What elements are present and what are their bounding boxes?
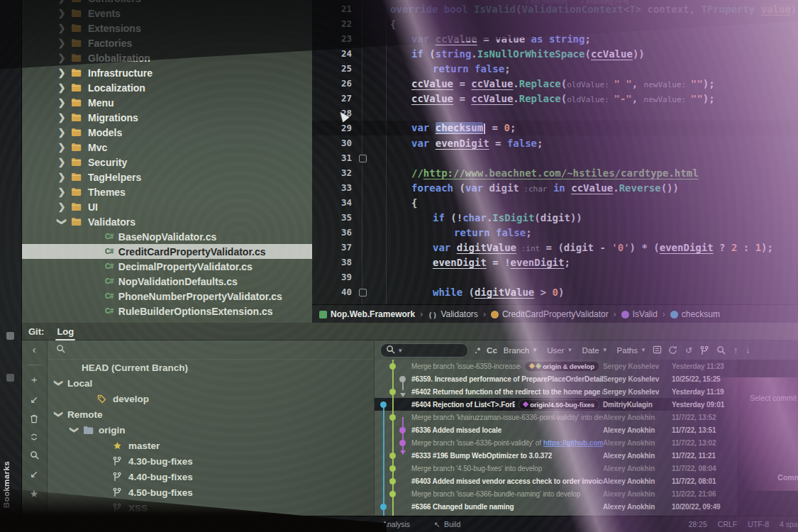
fold-marker[interactable] [359, 155, 367, 162]
breadcrumb-item[interactable]: Nop.Web.Framework [319, 309, 415, 319]
chevron-right-icon[interactable]: ❯ [57, 23, 67, 33]
filter-branch[interactable]: Branch▼ [504, 346, 538, 355]
chevron-right-icon[interactable]: ❯ [57, 142, 67, 153]
ref-label[interactable]: origin & develop [525, 361, 599, 372]
tree-item[interactable]: ❯Events [21, 6, 312, 21]
code-line[interactable]: 35if (!char.IsDigit(digit)) [312, 210, 798, 225]
tree-item[interactable]: ❯Infrastructure [21, 65, 312, 80]
code-line[interactable]: 26ccValue = ccValue.Replace(oldValue: " … [312, 76, 798, 91]
commit-row[interactable]: Merge branch 'issue-6366-bundle-naming' … [375, 487, 737, 500]
commit-row[interactable]: #6402 Returned function of the redirect … [375, 385, 737, 398]
code-line[interactable]: 27ccValue = ccValue.Replace(oldValue: "-… [312, 91, 798, 106]
bookmark-icon[interactable] [6, 374, 14, 382]
commit-row[interactable]: #6366 Changed bundle namingAlexey Anokhi… [375, 500, 737, 513]
code-line[interactable]: 29var checksum = 0; [312, 121, 798, 135]
commit-row[interactable]: #6404 Rejection of List<T>.ForEach due t… [375, 398, 737, 411]
tree-item[interactable]: ❯Controllers [21, 0, 312, 6]
branch-row[interactable]: 4.50-bug-fixes [48, 484, 374, 500]
chevron-down-icon[interactable]: ❯ [70, 426, 79, 434]
tree-item[interactable]: ❯Globalization [21, 50, 312, 65]
tab-log[interactable]: Log [55, 324, 75, 339]
plus-icon[interactable]: ＋ [29, 375, 39, 385]
go-to-hash-icon[interactable] [653, 344, 662, 357]
caret-position[interactable]: 28:25 [689, 520, 707, 528]
code-line[interactable]: 30var evenDigit = false; [312, 135, 798, 150]
ref-label[interactable]: origin/4.50-bug-fixes [519, 399, 599, 410]
code-line[interactable]: 28 [312, 106, 798, 121]
filter-paths[interactable]: Paths▼ [617, 346, 646, 355]
branch-row[interactable]: XSS [48, 500, 374, 516]
branch-row[interactable]: 4.30-bug-fixes [48, 453, 374, 469]
chevron-right-icon[interactable]: ❯ [57, 52, 67, 63]
incoming-arrow-icon[interactable]: ↙ [30, 394, 38, 405]
commit-row[interactable]: Merge branch '4.50-bug-fixes' into devel… [375, 462, 737, 475]
branch-row[interactable]: ❯origin [48, 422, 374, 438]
arrow-up-icon[interactable]: ↑ [733, 345, 738, 355]
status-build[interactable]: ↖Build [434, 520, 460, 528]
commit-row[interactable]: #6333 #196 Bump WebOptimizer to 3.0.372A… [375, 449, 737, 462]
chevron-down-icon[interactable]: ❯ [54, 410, 64, 419]
chevron-right-icon[interactable]: ❯ [57, 127, 67, 138]
line-ending[interactable]: CRLF [718, 520, 737, 528]
chevron-down-icon[interactable]: ❯ [54, 379, 64, 387]
chevron-right-icon[interactable]: ❯ [57, 97, 67, 108]
tree-item[interactable]: C#CreditCardPropertyValidator.cs [21, 244, 312, 259]
tool-window-button-icon[interactable] [6, 332, 14, 340]
chevron-right-icon[interactable]: ❯ [57, 0, 67, 4]
star-icon[interactable]: ★ [30, 489, 39, 499]
commit-row[interactable]: Merge branch 'issue-6336-point-validity'… [375, 436, 737, 449]
arrow-down-icon[interactable]: ↓ [746, 345, 750, 355]
rollback-icon[interactable]: ↺ [685, 345, 692, 355]
commit-search-input[interactable]: ▾ [380, 343, 468, 358]
tree-item[interactable]: C#RuleBuilderOptionsExtension.cs [21, 304, 312, 318]
tree-item[interactable]: ❯Models [21, 125, 312, 140]
tree-item[interactable]: C#BaseNopValidator.cs [21, 229, 312, 244]
code-line[interactable]: 40while (digitValue > 0) [312, 284, 798, 299]
tree-item[interactable]: ❯Themes [21, 184, 312, 199]
code-line[interactable]: 31 [312, 150, 798, 165]
chevron-right-icon[interactable]: ❯ [57, 172, 67, 182]
breadcrumb-item[interactable]: ()Validators [428, 309, 478, 319]
chevron-right-icon[interactable]: ❯ [57, 8, 67, 18]
regex-toggle[interactable]: .* [475, 346, 480, 355]
branch-row[interactable]: master [48, 438, 374, 453]
commit-row[interactable]: Merge branch 'khairuzzaman-issue-6336-po… [375, 411, 737, 423]
chevron-right-icon[interactable]: ❯ [57, 38, 67, 48]
tree-item[interactable]: ❯UI [21, 199, 312, 214]
code-editor[interactable]: 7ext methods7exposing APIs 21override bo… [312, 0, 798, 304]
chevron-right-icon[interactable]: ❯ [57, 201, 67, 212]
code-line[interactable]: 36return false; [312, 225, 798, 240]
tree-item[interactable]: ❯Validators [21, 214, 312, 229]
commit-row[interactable]: Merge branch 'issue-6359-increase-perfor… [375, 360, 737, 372]
commit-row[interactable]: #6403 Added missed vendor access check t… [375, 475, 737, 487]
code-line[interactable]: 32//http://www.beachnet.com/~hstiles/car… [312, 165, 798, 180]
tree-item[interactable]: ❯Localization [21, 80, 312, 95]
indent-setting[interactable]: 4 spaces [780, 520, 798, 528]
code-line[interactable]: 22{ [312, 16, 798, 31]
status-analysis[interactable]: Analysis [382, 520, 410, 528]
chevron-right-icon[interactable]: ❯ [57, 157, 67, 167]
code-line[interactable]: 25return false; [312, 61, 798, 76]
code-line[interactable]: 23var ccValue = value as string; [312, 31, 798, 46]
tree-item[interactable]: ❯Factories [21, 35, 312, 50]
breadcrumb-item[interactable]: checksum [670, 309, 720, 319]
branch-row[interactable]: HEAD (Current Branch) [48, 360, 374, 375]
chevron-right-icon[interactable]: ❯ [57, 187, 67, 197]
branch-row[interactable]: 4.40-bug-fixes [48, 469, 374, 484]
chevron-right-icon[interactable]: ❯ [57, 112, 67, 123]
encoding[interactable]: UTF-8 [748, 520, 769, 528]
filter-date[interactable]: Date▼ [582, 346, 607, 355]
tree-item[interactable]: ❯TagHelpers [21, 170, 312, 184]
tree-item[interactable]: ❯Extensions [21, 21, 312, 35]
code-line[interactable]: 33foreach (var digit :char in ccValue.Re… [312, 180, 798, 195]
tree-item[interactable]: C#NopValidationDefaults.cs [21, 274, 312, 289]
commit-row[interactable]: #6336 Added missed localeAlexey Anokhin1… [375, 423, 737, 436]
code-line[interactable]: 24if (string.IsNullOrWhiteSpace(ccValue)… [312, 46, 798, 61]
code-line[interactable]: 39 [312, 270, 798, 284]
code-line[interactable]: 38evenDigit = !evenDigit; [312, 255, 798, 270]
code-line[interactable]: 34{ [312, 195, 798, 210]
branch-search[interactable] [48, 340, 374, 360]
chevron-left-icon[interactable]: ‹ [33, 345, 36, 355]
tree-item[interactable]: ❯Security [21, 155, 312, 170]
code-line[interactable]: 37var digitValue :int = (digit - '0') * … [312, 240, 798, 255]
